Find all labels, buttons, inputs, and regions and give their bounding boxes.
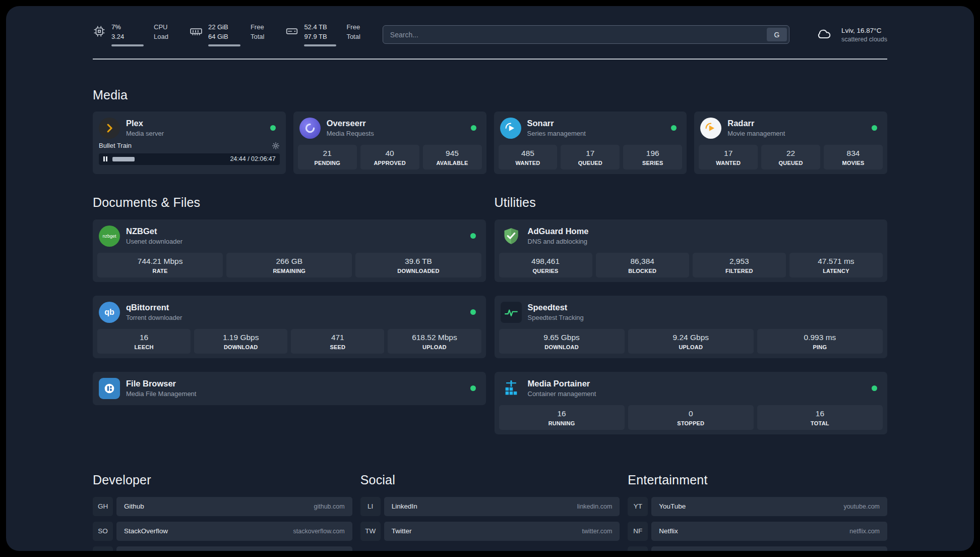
stat-approved: 40 APPROVED bbox=[360, 145, 419, 170]
status-dot bbox=[671, 125, 677, 131]
stat-download: 1.19 Gbps DOWNLOAD bbox=[194, 329, 287, 354]
stat-queued: 22 QUEUED bbox=[761, 145, 820, 170]
disk-usage-bar bbox=[304, 44, 336, 46]
service-name: Plex bbox=[126, 119, 164, 128]
section-title-documents: Documents & Files bbox=[93, 195, 486, 210]
bookmark-name: YouTube bbox=[659, 503, 686, 510]
service-card-adguard[interactable]: AdGuard Home DNS and adblocking 498,461 … bbox=[495, 219, 888, 282]
status-dot bbox=[872, 125, 877, 131]
status-dot bbox=[470, 233, 476, 239]
service-description: Container management bbox=[528, 390, 596, 398]
playback-progress[interactable] bbox=[112, 157, 225, 161]
service-card-nzbget[interactable]: nzbget NZBGet Usenet downloader 744.21 M… bbox=[93, 219, 486, 282]
status-dot bbox=[270, 125, 276, 131]
qbittorrent-icon: qb bbox=[99, 302, 120, 323]
bookmark-reddit[interactable]: RE Reddit reddit.com bbox=[628, 546, 887, 551]
service-description: Media File Management bbox=[126, 390, 196, 398]
bookmark-github[interactable]: GH Github github.com bbox=[93, 497, 352, 516]
stream-settings-icon[interactable] bbox=[272, 142, 280, 150]
service-card-qbittorrent[interactable]: qb qBittorrent Torrent downloader 16 LEE… bbox=[93, 296, 486, 358]
playback-time: 24:44 / 02:06:47 bbox=[230, 155, 275, 162]
now-playing-title: Bullet Train bbox=[99, 142, 132, 149]
stat-total: 16 TOTAL bbox=[757, 405, 883, 430]
stat-downloaded: 39.6 TB DOWNLOADED bbox=[355, 253, 481, 277]
stat-running: 16 RUNNING bbox=[499, 405, 625, 430]
section-title-entertainment: Entertainment bbox=[628, 473, 887, 487]
plex-now-playing: Bullet Train 24:44 / 0 bbox=[97, 142, 281, 165]
disk-label-2: Total bbox=[346, 33, 360, 41]
stat-filtered: 2,953 FILTERED bbox=[693, 253, 786, 277]
stat-upload: 618.52 Mbps UPLOAD bbox=[388, 329, 481, 354]
memory-free: 22 GiB bbox=[208, 23, 240, 32]
bookmark-linkedin[interactable]: LI LinkedIn linkedin.com bbox=[360, 497, 620, 516]
stat-download: 9.65 Gbps DOWNLOAD bbox=[499, 329, 625, 354]
bookmark-url: github.com bbox=[314, 503, 345, 510]
disk-icon bbox=[285, 25, 298, 40]
bookmark-url: twitter.com bbox=[582, 528, 612, 535]
stat-movies: 834 MOVIES bbox=[824, 145, 883, 170]
stat-wanted: 485 WANTED bbox=[499, 145, 558, 170]
radarr-icon bbox=[700, 118, 721, 139]
stat-series: 196 SERIES bbox=[623, 145, 682, 170]
search-provider-button[interactable]: G bbox=[767, 28, 787, 41]
bookmark-abbr: RE bbox=[628, 546, 648, 551]
section-media: Media Plex Media server Bullet Train bbox=[93, 88, 887, 174]
bookmark-group-entertainment: Entertainment YT YouTube youtube.com NF … bbox=[628, 473, 887, 551]
search-bar: G bbox=[383, 25, 789, 44]
overseerr-icon bbox=[299, 118, 321, 139]
stat-ping: 0.993 ms PING bbox=[757, 329, 883, 354]
bookmark-group-developer: Developer GH Github github.com SO StackO… bbox=[93, 473, 352, 551]
bookmark-netflix[interactable]: NF Netflix netflix.com bbox=[628, 522, 887, 541]
status-dot bbox=[872, 385, 877, 391]
bookmark-youtube[interactable]: YT YouTube youtube.com bbox=[628, 497, 887, 516]
service-card-plex[interactable]: Plex Media server Bullet Train bbox=[93, 112, 286, 174]
service-card-portainer[interactable]: Media Portainer Container management 16 … bbox=[495, 372, 888, 434]
bookmark-abbr: GH bbox=[93, 497, 113, 516]
bookmark-name: StackOverflow bbox=[124, 527, 168, 535]
section-title-social: Social bbox=[360, 473, 620, 487]
memory-widget: 22 GiB Free 64 GiB Total bbox=[190, 23, 264, 46]
service-card-overseerr[interactable]: Overseerr Media Requests 21 PENDING 40 A… bbox=[293, 112, 486, 174]
stat-upload: 9.24 Gbps UPLOAD bbox=[628, 329, 754, 354]
stat-rate: 744.21 Mbps RATE bbox=[97, 253, 223, 277]
bookmark-dev[interactable]: DT DEV dev.to bbox=[93, 546, 352, 551]
service-name: Overseerr bbox=[327, 119, 374, 128]
service-description: Media server bbox=[126, 130, 164, 137]
service-description: Speedtest Tracking bbox=[528, 314, 584, 321]
cpu-icon bbox=[93, 25, 106, 40]
bookmark-name: Twitter bbox=[392, 527, 412, 535]
pause-icon[interactable] bbox=[103, 156, 108, 161]
section-utilities: Utilities AdGuard Home DNS and adblockin… bbox=[495, 195, 888, 434]
bookmark-name: Github bbox=[124, 503, 144, 510]
service-card-speedtest[interactable]: Speedtest Speedtest Tracking 9.65 Gbps D… bbox=[495, 296, 888, 358]
bookmark-url: linkedin.com bbox=[577, 503, 612, 510]
search-input[interactable] bbox=[383, 25, 789, 44]
service-name: Sonarr bbox=[527, 119, 586, 128]
topbar-divider bbox=[93, 59, 887, 60]
bookmark-twitter[interactable]: TW Twitter twitter.com bbox=[360, 522, 620, 541]
cpu-usage: 7% bbox=[111, 23, 144, 32]
service-card-sonarr[interactable]: Sonarr Series management 485 WANTED 17 Q… bbox=[494, 112, 687, 174]
service-description: Series management bbox=[527, 130, 586, 137]
speedtest-icon bbox=[501, 302, 522, 323]
plex-icon bbox=[99, 118, 120, 139]
stat-available: 945 AVAILABLE bbox=[423, 145, 482, 170]
service-card-filebrowser[interactable]: File Browser Media File Management bbox=[93, 372, 486, 405]
bookmark-name: Netflix bbox=[659, 527, 678, 535]
cpu-label-2: Load bbox=[154, 33, 168, 41]
bookmark-url: netflix.com bbox=[849, 528, 880, 535]
memory-label-2: Total bbox=[251, 33, 264, 41]
memory-label-1: Free bbox=[251, 23, 264, 32]
bookmark-abbr: NF bbox=[628, 522, 648, 541]
bookmark-group-social: Social LI LinkedIn linkedin.com TW Twitt… bbox=[360, 473, 620, 551]
weather-condition: scattered clouds bbox=[841, 36, 887, 43]
service-description: Movie management bbox=[727, 130, 785, 137]
bookmark-stackoverflow[interactable]: SO StackOverflow stackoverflow.com bbox=[93, 522, 352, 541]
sonarr-icon bbox=[500, 118, 521, 139]
stat-stopped: 0 STOPPED bbox=[628, 405, 754, 430]
cpu-label-1: CPU bbox=[154, 23, 168, 32]
service-card-radarr[interactable]: Radarr Movie management 17 WANTED 22 QUE… bbox=[694, 112, 887, 174]
stat-wanted: 17 WANTED bbox=[699, 145, 758, 170]
stat-pending: 21 PENDING bbox=[298, 145, 357, 170]
filebrowser-icon bbox=[99, 378, 120, 399]
